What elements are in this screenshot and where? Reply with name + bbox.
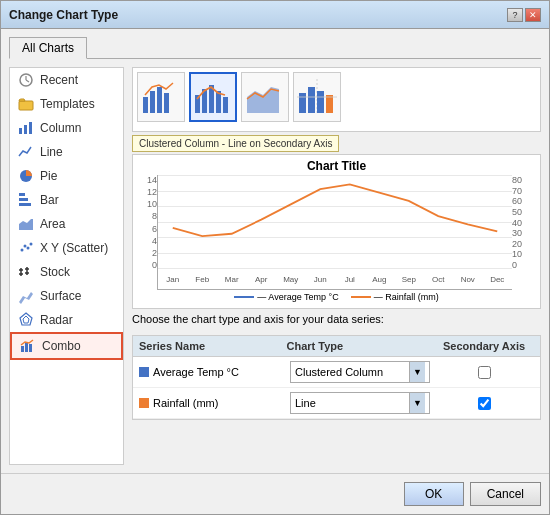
cancel-button[interactable]: Cancel [470, 482, 541, 506]
thumb-2-svg [193, 77, 233, 117]
legend-temp-label: — Average Temp °C [257, 292, 338, 302]
svg-rect-9 [19, 198, 28, 201]
svg-point-13 [24, 245, 27, 248]
sidebar-label-recent: Recent [40, 73, 78, 87]
sidebar-label-xy: X Y (Scatter) [40, 241, 108, 255]
series-checkbox-temp-cell [434, 366, 534, 379]
chart-thumb-3[interactable] [241, 72, 289, 122]
svg-rect-6 [29, 122, 32, 134]
series-caption: Choose the chart type and axis for your … [132, 309, 541, 329]
thumb-1-svg [141, 77, 181, 117]
area-chart-icon [18, 216, 34, 232]
svg-rect-25 [21, 346, 24, 352]
chart-thumb-4[interactable] [293, 72, 341, 122]
series-color-temp [139, 367, 149, 377]
change-chart-type-dialog: Change Chart Type ? ✕ All Charts Recent [0, 0, 550, 515]
main-area: Recent Templates Column [9, 67, 541, 465]
series-header-name: Series Name [139, 340, 287, 352]
svg-rect-27 [29, 344, 32, 352]
svg-rect-36 [223, 97, 228, 113]
svg-marker-11 [19, 219, 33, 230]
sidebar-label-surface: Surface [40, 289, 81, 303]
series-checkbox-rain[interactable] [478, 397, 491, 410]
surface-chart-icon [18, 288, 34, 304]
tab-all-charts[interactable]: All Charts [9, 37, 87, 59]
right-area: Clustered Colu Clustered Column - Line o… [132, 67, 541, 465]
sidebar-item-xy[interactable]: X Y (Scatter) [10, 236, 123, 260]
series-name-rain: Rainfall (mm) [153, 397, 286, 409]
sidebar-item-radar[interactable]: Radar [10, 308, 123, 332]
series-row-rain: Rainfall (mm) Line ▼ [133, 388, 540, 419]
sidebar-item-bar[interactable]: Bar [10, 188, 123, 212]
sidebar-item-recent[interactable]: Recent [10, 68, 123, 92]
dialog-content: All Charts Recent [1, 29, 549, 473]
close-button[interactable]: ✕ [525, 8, 541, 22]
legend-rain-label: — Rainfall (mm) [374, 292, 439, 302]
title-bar-controls: ? ✕ [507, 8, 541, 22]
svg-rect-41 [317, 91, 324, 113]
series-header-secondary: Secondary Axis [434, 340, 534, 352]
chart-thumbnails [132, 67, 541, 132]
series-select-rain[interactable]: Line ▼ [290, 392, 430, 414]
sidebar-item-stock[interactable]: Stock [10, 260, 123, 284]
stock-chart-icon [18, 264, 34, 280]
svg-point-14 [27, 247, 30, 250]
help-button[interactable]: ? [507, 8, 523, 22]
x-labels: Jan Feb Mar Apr May Jun Jul Aug Sep Oct [158, 269, 512, 289]
chart-legend: — Average Temp °C — Rainfall (mm) [137, 290, 536, 304]
svg-rect-29 [150, 91, 155, 113]
thumb-3-svg [245, 77, 285, 117]
svg-marker-22 [19, 292, 33, 304]
series-checkbox-rain-cell [434, 397, 534, 410]
bar-chart-icon [18, 192, 34, 208]
sidebar-label-radar: Radar [40, 313, 73, 327]
tab-bar: All Charts [9, 37, 541, 59]
svg-rect-5 [24, 125, 27, 134]
series-color-rain [139, 398, 149, 408]
series-table: Series Name Chart Type Secondary Axis Av… [132, 335, 541, 420]
sidebar-label-stock: Stock [40, 265, 70, 279]
sidebar-label-line: Line [40, 145, 63, 159]
clock-icon [18, 72, 34, 88]
scatter-chart-icon [18, 240, 34, 256]
legend-rain: — Rainfall (mm) [351, 292, 439, 302]
svg-rect-4 [19, 128, 22, 134]
series-name-temp: Average Temp °C [153, 366, 286, 378]
sidebar-item-templates[interactable]: Templates [10, 92, 123, 116]
series-select-rain-value: Line [295, 397, 316, 409]
sidebar-item-column[interactable]: Column [10, 116, 123, 140]
dialog-title: Change Chart Type [9, 8, 118, 22]
sidebar-item-surface[interactable]: Surface [10, 284, 123, 308]
series-select-temp[interactable]: Clustered Column ▼ [290, 361, 430, 383]
series-table-header: Series Name Chart Type Secondary Axis [133, 336, 540, 357]
sidebar-label-templates: Templates [40, 97, 95, 111]
sidebar-item-area[interactable]: Area [10, 212, 123, 236]
y-axis-right: 80 70 60 50 40 30 20 10 0 [512, 175, 536, 290]
sidebar-item-line[interactable]: Line [10, 140, 123, 164]
column-chart-icon [18, 120, 34, 136]
sidebar-label-bar: Bar [40, 193, 59, 207]
combo-chart-icon [20, 338, 36, 354]
sidebar-item-combo[interactable]: Combo [10, 332, 123, 360]
bars-container [158, 175, 512, 269]
sidebar-label-column: Column [40, 121, 81, 135]
svg-rect-28 [143, 97, 148, 113]
sidebar-label-area: Area [40, 217, 65, 231]
legend-rain-color [351, 296, 371, 298]
series-select-rain-arrow[interactable]: ▼ [409, 393, 425, 413]
chart-thumb-2[interactable] [189, 72, 237, 122]
svg-rect-3 [19, 101, 33, 110]
subtitle-row: Clustered Colu Clustered Column - Line o… [132, 132, 541, 154]
svg-rect-30 [157, 87, 162, 113]
series-row-temp: Average Temp °C Clustered Column ▼ [133, 357, 540, 388]
series-select-temp-arrow[interactable]: ▼ [409, 362, 425, 382]
chart-thumb-1[interactable] [137, 72, 185, 122]
legend-temp-color [234, 296, 254, 298]
dialog-footer: OK Cancel [1, 473, 549, 514]
ok-button[interactable]: OK [404, 482, 464, 506]
title-bar: Change Chart Type ? ✕ [1, 1, 549, 29]
series-checkbox-temp[interactable] [478, 366, 491, 379]
svg-marker-24 [23, 316, 29, 323]
sidebar-item-pie[interactable]: Pie [10, 164, 123, 188]
folder-icon [18, 96, 34, 112]
